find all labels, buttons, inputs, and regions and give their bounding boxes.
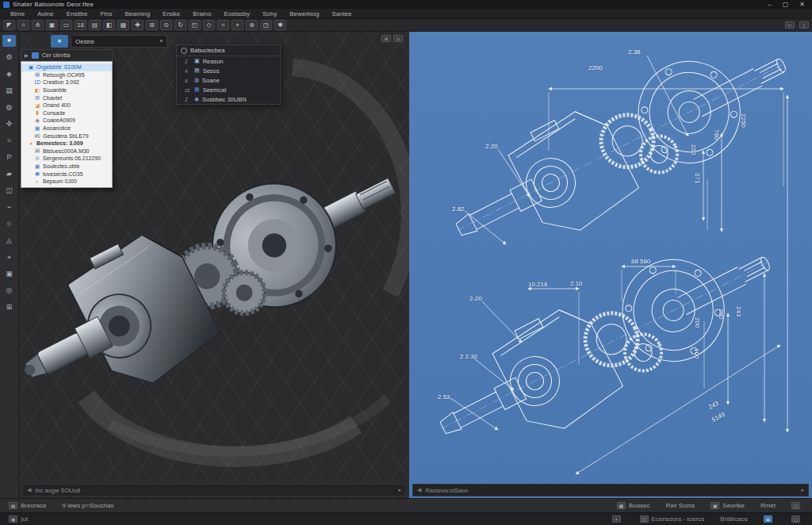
menu-item[interactable]: Fins (94, 10, 117, 18)
menu-item[interactable]: Beaming (120, 10, 156, 18)
pane-right-icon[interactable]: ▯ (799, 21, 809, 29)
pattern-tool[interactable]: ⊞ (146, 20, 158, 30)
tree-row[interactable]: ◪ Onand 400 (21, 102, 112, 109)
tree-row[interactable]: ▣ toveserds.CO35 (21, 170, 112, 178)
select-tool[interactable]: ◤ (3, 20, 15, 30)
move-tool[interactable]: ✚ (132, 20, 144, 30)
view-tool[interactable]: ▣ (46, 20, 58, 30)
annotation-tool[interactable]: 18 (75, 20, 86, 30)
publications-button[interactable]: Bh8licaos (716, 515, 752, 523)
collapse-right-icon[interactable]: ▸ (801, 487, 804, 493)
plane-tool[interactable]: ▭ (60, 20, 72, 30)
menu-item[interactable]: Sanlee (327, 10, 358, 18)
collapse-left-icon[interactable]: ◀ (27, 487, 31, 493)
shade-tool[interactable]: ◧ (103, 20, 115, 30)
menu-item[interactable]: Bime (5, 10, 30, 18)
rib-tool[interactable]: ◎ (2, 285, 16, 297)
config-dropdown[interactable]: Oestre ▾ (71, 35, 167, 48)
tree-row[interactable]: ◉ CoaeeA0909 (21, 117, 112, 125)
reset-button[interactable]: Rmet (756, 501, 779, 510)
maximize-button[interactable]: ▢ (779, 1, 793, 9)
config-selector-icon[interactable]: ✶ (51, 35, 68, 48)
menu-item[interactable]: Ersike (157, 10, 186, 18)
tree-row[interactable]: ◕ Bemestecs: 3.009 (21, 140, 112, 148)
overlay-row[interactable]: 2 ▣ Reason (177, 56, 280, 66)
surface-tool[interactable]: ≈ (217, 20, 229, 30)
tree-row[interactable]: ▤ Rebough OC#95 (21, 71, 112, 79)
point-tool[interactable]: ⌖ (2, 251, 16, 263)
mate-tool[interactable]: ⊕ (246, 20, 258, 30)
collapse-right-icon[interactable]: ▸ (398, 487, 401, 493)
dot-icon[interactable]: ▪ (608, 515, 628, 523)
resource-button[interactable]: ▤ Breorace (5, 501, 50, 510)
raw-status[interactable]: Rwr Soms (661, 501, 699, 510)
search-button[interactable]: ▣ Seortke (707, 501, 749, 510)
curve-tool[interactable]: ⌁ (2, 201, 16, 213)
tree-row[interactable]: 1D Creation 3.092 (21, 79, 112, 86)
hole-tool[interactable]: ⌾ (2, 218, 16, 230)
menu-item[interactable]: Eoslasby (218, 10, 255, 18)
material-tool[interactable]: ◇ (203, 20, 215, 30)
grid-tool[interactable]: ▦ (117, 20, 129, 30)
boss-tool[interactable]: ◈ (2, 68, 16, 80)
features-tool[interactable]: ✶ (2, 35, 16, 47)
close-button[interactable]: ✕ (795, 1, 809, 9)
dimension-tool[interactable]: ⋔ (32, 20, 44, 30)
tree-row[interactable]: ▦ Aooanotice (21, 125, 112, 132)
tree-row[interactable]: #0 Gesudera SbLE79 (21, 132, 112, 140)
tree-row[interactable]: ◧ Souanbte (21, 86, 112, 94)
measure-tool[interactable]: ⌖ (232, 20, 243, 30)
draft-tool[interactable]: ◬ (2, 235, 16, 247)
tree-row[interactable]: ◗ Bepsum 0J00 (21, 178, 112, 186)
selection-status[interactable]: 9 lews p=Souchax (58, 501, 117, 510)
grid-toggle-icon[interactable]: ⊞ (760, 515, 779, 523)
split-view-icon[interactable]: ⊞ (381, 35, 391, 42)
menu-item[interactable]: Braino (187, 10, 216, 18)
table-tool[interactable]: ▤ (89, 20, 101, 30)
tree-row[interactable]: ▦ Soulectes.obte (21, 163, 112, 171)
revolve-tool[interactable]: ◍ (2, 102, 16, 113)
sweep-tool[interactable]: ✜ (2, 118, 16, 130)
gear-tool[interactable]: ⚙ (2, 52, 16, 63)
parameters-tool[interactable]: P (2, 151, 16, 163)
sketch-tool[interactable]: ⌗ (17, 20, 29, 30)
audio-status[interactable]: ◉ )ut (5, 515, 32, 523)
tree-row[interactable]: ▤ Btstuesc000A.M30 (21, 148, 112, 155)
mirror-tool[interactable]: ⊞ (2, 301, 16, 313)
tree-row[interactable]: ▥ Cbavtet (21, 94, 112, 102)
viewport-bottom-bar[interactable]: ◀ Inc aogw SOUo8 ▸ (22, 484, 406, 496)
minimize-button[interactable]: – (764, 1, 775, 9)
zoom-tool[interactable]: ⊙ (160, 20, 172, 30)
overlay-row[interactable]: 4 ▤ Sesos (177, 66, 280, 75)
config-tool[interactable]: ◳ (260, 20, 272, 30)
menu-item[interactable]: Sohy (257, 10, 282, 18)
fill-tool[interactable]: ▰ (2, 168, 16, 180)
overlay-row[interactable]: cs ▦ Seemcat (177, 85, 280, 94)
menu-item[interactable]: Bewerkiog (284, 10, 324, 18)
collapse-left-icon[interactable]: ◀ (417, 487, 421, 493)
mesh-tool[interactable]: ⌗ (2, 135, 16, 147)
sheet-tool[interactable]: ▤ (2, 85, 16, 97)
basics-button[interactable]: ▦ Boasec (613, 501, 654, 510)
menu-item[interactable]: Enstibe (61, 10, 94, 18)
overlay-row[interactable]: Z ◉ Sosbbec 30UBN (177, 94, 280, 104)
expand-icon[interactable]: ▢ (787, 515, 807, 523)
tree-row[interactable]: ▮ Consade (21, 109, 112, 117)
menu-item[interactable]: Aoine (32, 10, 59, 18)
overlay-row[interactable]: a ◍ Soane (177, 75, 280, 85)
shell-tool[interactable]: ▣ (2, 268, 16, 280)
model-viewport[interactable]: ✶ Oestre ▾ ⊞⊡ ▶ Cer clevtta ▣ Orgetsbht: (19, 32, 409, 498)
blueprint-viewport[interactable]: 2.3822002.202.827602202712250 88 58010.2… (409, 32, 812, 498)
tree-row[interactable]: ⚙ Sergereunts 06.212290 (21, 155, 112, 163)
rotate-tool[interactable]: ↻ (174, 20, 186, 30)
appearance-tool[interactable]: ✱ (274, 20, 286, 30)
maximize-view-icon[interactable]: ⊡ (393, 35, 403, 42)
pane-left-icon[interactable]: ▭ (785, 21, 795, 29)
panel-toggle-icon[interactable]: ▢ (787, 501, 807, 510)
overlay-panel-header[interactable]: Babuciecbea (177, 45, 280, 56)
split-tool[interactable]: ◫ (2, 185, 16, 197)
blueprint-bottom-bar[interactable]: ◀ Ravsnov.olSaon ▸ (412, 484, 809, 496)
feature-tree-header[interactable]: ▶ Cer clevtta (21, 49, 113, 61)
tree-row[interactable]: ▣ Orgetsbht: S100M (21, 63, 112, 71)
section-tool[interactable]: ◰ (189, 20, 201, 30)
